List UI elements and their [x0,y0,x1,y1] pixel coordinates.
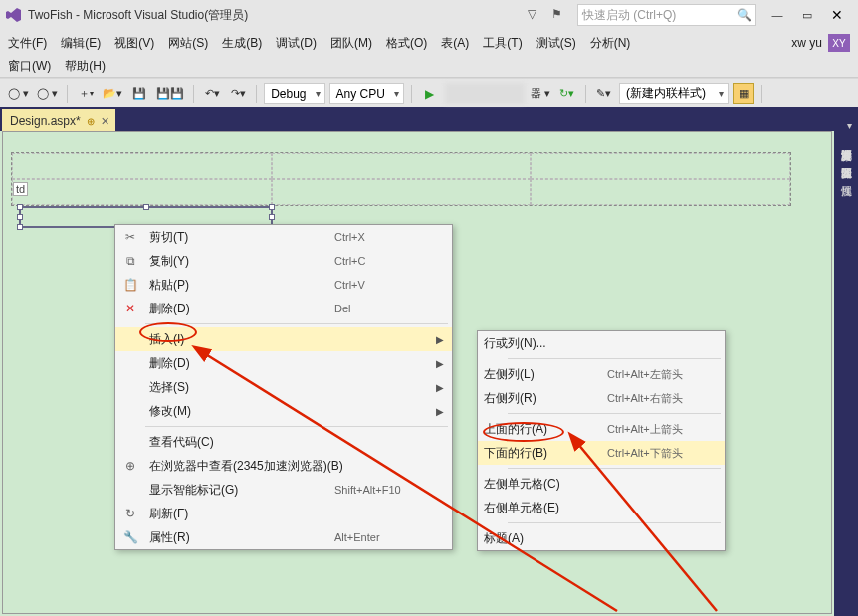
menu-help[interactable]: 帮助(H) [65,58,106,75]
menu-view[interactable]: 视图(V) [114,35,154,52]
style-select[interactable]: (新建内联样式) [619,83,729,104]
maximize-button[interactable]: ▭ [792,3,822,27]
menu-build[interactable]: 生成(B) [222,35,262,52]
cm-view-browser[interactable]: ⊕在浏览器中查看(2345加速浏览器)(B) [115,454,452,478]
cm-smart-tags[interactable]: 显示智能标记(G)Shift+Alt+F10 [115,478,452,502]
toolbar: ◯ ▾ ◯ ▾ ＋▾ 📂▾ 💾 💾💾 ↶▾ ↷▾ Debug Any CPU ▶… [0,78,858,107]
save-button[interactable]: 💾 [128,83,150,104]
nav-back-button[interactable]: ◯ ▾ [6,83,31,104]
menu-tools[interactable]: 工具(T) [483,35,522,52]
table-cell[interactable] [12,153,272,179]
cm-col-left[interactable]: 左侧列(L)Ctrl+Alt+左箭头 [478,362,725,386]
context-menu: ✂剪切(T)Ctrl+X ⧉复制(Y)Ctrl+C 📋粘贴(P)Ctrl+V ✕… [114,224,453,550]
minimize-button[interactable]: — [762,3,792,27]
menu-edit[interactable]: 编辑(E) [61,35,101,52]
titlebar: TwoFish - Microsoft Visual Studio(管理员) ▽… [0,0,858,30]
config-select[interactable]: Debug [264,83,324,104]
document-tabs: Design.aspx* ⊕ ✕ ▾ [0,107,858,131]
table-cell[interactable] [272,179,532,205]
chevron-right-icon: ▶ [436,334,444,345]
user-name[interactable]: xw yu [791,36,822,50]
browser-suffix[interactable]: 器 ▾ [529,83,552,104]
chevron-right-icon: ▶ [436,406,444,417]
menubar: 文件(F) 编辑(E) 视图(V) 网站(S) 生成(B) 调试(D) 团队(M… [0,30,858,56]
table-cell[interactable] [531,179,790,205]
open-button[interactable]: 📂▾ [101,83,124,104]
cm-caption[interactable]: 标题(A) [478,526,725,550]
copy-icon: ⧉ [121,254,139,268]
menu-window[interactable]: 窗口(W) [8,58,51,75]
start-button[interactable]: ▶ [419,83,441,104]
redo-button[interactable]: ↷▾ [227,83,249,104]
paste-icon: 📋 [121,278,139,292]
browser-select[interactable] [445,83,525,104]
solution-explorer-tab[interactable]: 解决方案资源管理器 [837,137,856,145]
save-all-button[interactable]: 💾💾 [154,83,186,104]
element-tag-label: td [13,182,28,196]
cm-delete[interactable]: ✕删除(D)Del [115,297,452,320]
team-explorer-tab[interactable]: 团队资源管理器 [837,155,856,163]
menu-website[interactable]: 网站(S) [168,35,208,52]
menu-format[interactable]: 格式(O) [386,35,427,52]
vs-logo-icon [6,7,22,23]
refresh-icon: ↻ [121,507,139,520]
menu-table[interactable]: 表(A) [441,35,469,52]
nav-forward-button[interactable]: ◯ ▾ [35,83,60,104]
side-panel-tabs: 解决方案资源管理器 团队资源管理器 属性 [834,131,858,616]
wrench-icon: 🔧 [121,530,139,544]
cm-col-right[interactable]: 右侧列(R)Ctrl+Alt+右箭头 [478,386,725,410]
table-cell[interactable] [12,179,272,205]
cm-refresh[interactable]: ↻刷新(F) [115,502,452,525]
cm-row-above[interactable]: 上面的行(A)Ctrl+Alt+上箭头 [478,417,725,441]
table-cell[interactable] [272,153,532,179]
insert-submenu: 行或列(N)... 左侧列(L)Ctrl+Alt+左箭头 右侧列(R)Ctrl+… [477,330,726,551]
globe-icon: ⊕ [121,459,139,473]
new-button[interactable]: ＋▾ [75,83,97,104]
cm-properties[interactable]: 🔧属性(R)Alt+Enter [115,525,452,549]
layout-button[interactable]: ▦ [733,83,754,104]
menu-analyze[interactable]: 分析(N) [590,35,631,52]
quick-launch-placeholder: 快速启动 (Ctrl+Q) [582,7,676,24]
cm-cell-left[interactable]: 左侧单元格(C) [478,472,725,496]
menu-team[interactable]: 团队(M) [330,35,372,52]
menu-test[interactable]: 测试(S) [536,35,576,52]
cm-view-code[interactable]: 查看代码(C) [115,430,452,454]
cm-row-below[interactable]: 下面的行(B)Ctrl+Alt+下箭头 [478,441,725,465]
cut-icon: ✂ [121,230,139,244]
delete-icon: ✕ [121,302,139,315]
refresh-button[interactable]: ↻▾ [556,83,578,104]
menu-debug[interactable]: 调试(D) [276,35,317,52]
tab-overflow-icon[interactable]: ▾ [847,120,852,131]
style-button[interactable]: ✎▾ [593,83,615,104]
close-button[interactable]: ✕ [822,3,852,27]
table-cell[interactable] [531,153,790,179]
undo-button[interactable]: ↶▾ [201,83,223,104]
cm-insert[interactable]: 插入(I)▶ [115,327,452,351]
tab-design-aspx[interactable]: Design.aspx* ⊕ ✕ [2,109,115,131]
cm-select[interactable]: 选择(S)▶ [115,375,452,399]
cm-delete-sub[interactable]: 删除(D)▶ [115,351,452,375]
chevron-right-icon: ▶ [436,358,444,369]
cm-paste[interactable]: 📋粘贴(P)Ctrl+V [115,273,452,297]
pin-icon[interactable]: ⊕ [87,116,95,127]
cm-copy[interactable]: ⧉复制(Y)Ctrl+C [115,249,452,273]
menu-file[interactable]: 文件(F) [8,35,47,52]
table-element[interactable] [11,152,791,206]
quick-launch-input[interactable]: 快速启动 (Ctrl+Q) 🔍 [577,4,756,26]
tab-label: Design.aspx* [10,114,81,128]
feedback-icon[interactable]: ⚑ [551,7,567,23]
tab-close-icon[interactable]: ✕ [101,115,109,128]
search-icon: 🔍 [737,8,751,22]
menubar-row2: 窗口(W) 帮助(H) [0,56,858,78]
properties-tab[interactable]: 属性 [837,173,856,181]
platform-select[interactable]: Any CPU [329,83,404,104]
cm-row-or-col[interactable]: 行或列(N)... [478,331,725,355]
window-title: TwoFish - Microsoft Visual Studio(管理员) [28,7,248,24]
cm-cut[interactable]: ✂剪切(T)Ctrl+X [115,225,452,249]
chevron-right-icon: ▶ [436,382,444,393]
user-badge[interactable]: XY [828,34,850,52]
cm-modify[interactable]: 修改(M)▶ [115,399,452,423]
notification-icon[interactable]: ▽ [528,7,543,23]
cm-cell-right[interactable]: 右侧单元格(E) [478,496,725,519]
